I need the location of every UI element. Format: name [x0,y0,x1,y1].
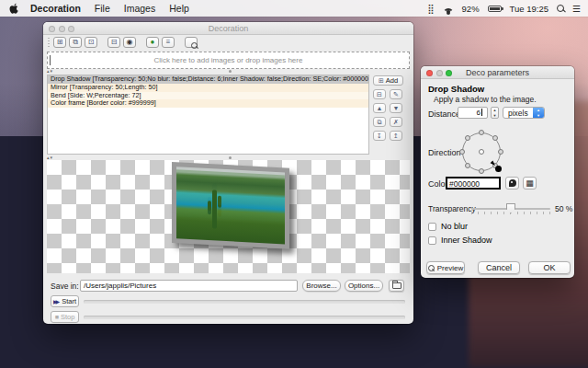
remove-effect-button[interactable]: ⊟ [373,89,386,99]
inner-shadow-checkbox[interactable] [428,236,436,245]
menu-clock[interactable]: Tue 19:25 [510,4,548,14]
add-image-button[interactable]: ⊞ [53,37,66,48]
zoom-button[interactable] [446,70,452,76]
dial-knob-w[interactable] [459,149,465,155]
export-effects-icon: ↥ [393,132,399,140]
no-blur-label: No blur [441,222,468,231]
remove-image-button[interactable]: ⊟ [107,37,120,48]
splitter-top[interactable]: ▴▾ [43,68,413,74]
color-swatches-button[interactable]: ▦ [523,177,537,190]
dial-knob-center[interactable] [479,149,484,155]
distance-input[interactable]: 6 [458,107,488,119]
dial-knob-n[interactable] [479,130,484,135]
distance-stepper[interactable]: ▲▼ [491,107,499,119]
splitter-collapse-icons[interactable]: ▴▾ [47,68,53,74]
text-caret [481,109,482,116]
toolbar-drag-handle[interactable] [48,38,50,48]
web-image-icon: ● [151,38,155,46]
apple-menu-icon[interactable] [9,3,19,15]
minimize-button[interactable] [436,70,443,76]
no-blur-checkbox[interactable] [428,223,436,231]
dropdown-arrows-icon: ▲▼ [533,108,544,118]
paste-image-icon: ⧉ [73,38,78,46]
splitter-handle[interactable] [229,70,232,73]
close-button[interactable] [49,26,55,32]
remove-effect-icon: ⊟ [377,91,382,98]
preview-button[interactable]: Preview [426,261,465,274]
add-effect-button[interactable]: ⊞ Add [373,75,403,86]
direction-dial[interactable] [462,132,501,171]
window-title: Decoration [209,24,249,33]
stop-row: ■ Stop [43,311,413,323]
import-effects-button[interactable]: ↧ [373,131,386,141]
options-button[interactable]: Options... [345,280,383,292]
splitter-handle[interactable] [229,156,232,159]
dialog-title: Deco parameters [466,68,529,77]
inner-shadow-label: Inner Shadow [441,236,492,245]
start-button[interactable]: ▶▶ Start [51,295,79,307]
image-list-button[interactable]: ≡ [162,37,175,48]
inner-shadow-row[interactable]: Inner Shadow [428,236,492,245]
menu-file[interactable]: File [95,3,110,14]
effect-row-mirror[interactable]: Mirror [Transparency: 50;Length: 50] [48,84,368,92]
rotate-image-button[interactable]: ◉ [123,37,136,48]
export-effects-button[interactable]: ↥ [390,131,402,141]
image-list-icon: ≡ [166,38,171,46]
effect-heading: Drop Shadow [428,84,484,94]
copy-effect-icon: ⧉ [378,119,382,126]
open-folder-button[interactable] [389,280,404,292]
window-titlebar[interactable]: Decoration [43,22,413,35]
notification-center-icon[interactable]: ☰ [572,4,580,14]
spotlight-icon[interactable] [557,5,564,12]
browse-button[interactable]: Browse... [302,280,341,292]
decorated-image [172,162,289,273]
image-drop-area[interactable]: Click here to add images or drop images … [47,52,410,69]
close-button[interactable] [426,70,433,76]
move-effect-down-button[interactable]: ▼ [390,103,402,113]
cancel-button[interactable]: Cancel [478,261,520,274]
delete-effect-icon: ✗ [393,119,399,126]
edit-effect-button[interactable]: ✎ [390,89,402,99]
paste-image-button[interactable]: ⧉ [69,37,82,48]
effect-row-drop-shadow[interactable]: Drop Shadow [Transparency: 50;No blur: f… [48,75,368,84]
no-blur-row[interactable]: No blur [428,222,468,231]
transparency-value: 50 % [555,204,572,213]
zoom-button[interactable] [68,26,74,32]
stop-progress-bar [84,316,405,319]
dial-knob-nw[interactable] [465,135,470,141]
effect-row-color-frame[interactable]: Color frame [Border color: #999999] [48,99,368,108]
move-effect-up-button[interactable]: ▲ [373,103,386,113]
dial-knob-ne[interactable] [492,135,498,141]
effect-description: Apply a shadow to the image. [434,95,537,104]
menu-images[interactable]: Images [124,3,155,14]
menu-extra-app-icon[interactable]: ⣿ [427,4,434,14]
transparency-slider[interactable] [471,202,550,215]
battery-icon[interactable] [488,6,502,12]
menu-help[interactable]: Help [169,3,189,14]
add-folder-button[interactable]: ⊡ [85,37,97,48]
stop-button[interactable]: ■ Stop [51,311,79,323]
color-input[interactable]: #000000 [446,177,501,190]
unit-dropdown[interactable]: pixels ▲▼ [503,107,545,119]
minimize-button[interactable] [59,26,65,32]
web-image-button[interactable]: ● [146,37,159,48]
preview-toolbar-button[interactable] [185,37,198,48]
copy-effect-button[interactable]: ⧉ [373,117,386,127]
start-label: Start [62,297,76,305]
dialog-titlebar[interactable]: Deco parameters [421,66,574,79]
menu-app-name[interactable]: Decoration [30,3,81,14]
effect-row-bend[interactable]: Bend [Side: W;Percentage: 72] [48,92,368,100]
dial-knob-sw[interactable] [465,163,470,168]
save-path-input[interactable]: /Users/japplis/Pictures [80,280,298,292]
dial-knob-e[interactable] [498,149,503,155]
decoration-window: Decoration ⊞ ⧉ ⊡ ⊟ ◉ ● ≡ Click here to a… [43,22,413,324]
distance-label: Distance [428,109,460,119]
preview-label: Preview [437,264,463,272]
wifi-icon[interactable] [443,5,454,13]
ok-button[interactable]: OK [528,261,571,274]
dial-knob-s[interactable] [479,168,484,174]
delete-effect-button[interactable]: ✗ [390,117,402,127]
move-down-icon: ▼ [393,105,400,111]
color-palette-button[interactable] [505,177,519,190]
image-preview-area[interactable] [47,160,410,273]
